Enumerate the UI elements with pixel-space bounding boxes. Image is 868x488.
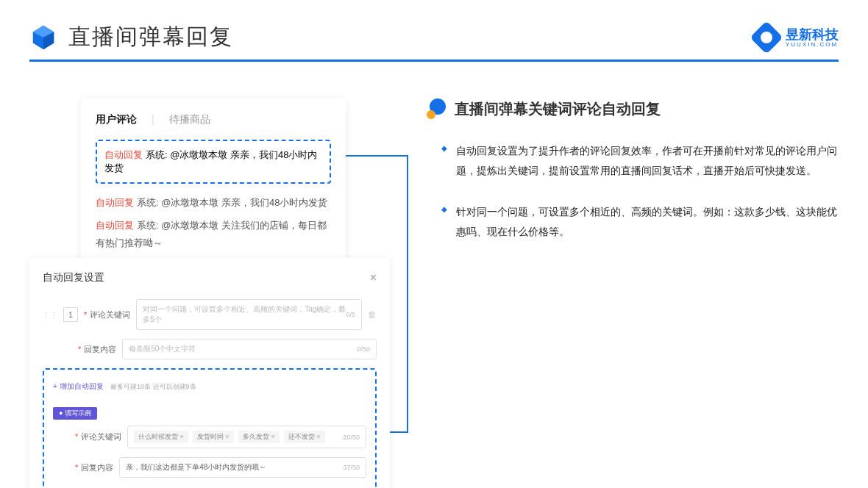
connector-line	[407, 155, 408, 432]
auto-reply-label: 自动回复	[96, 220, 134, 231]
page-title: 直播间弹幕回复	[68, 22, 233, 52]
tab-user-comments[interactable]: 用户评论	[96, 113, 137, 126]
chat-bubbles-icon	[427, 98, 447, 119]
tab-pending-products[interactable]: 待播商品	[169, 113, 210, 126]
comments-panel: 用户评论 | 待播商品 自动回复系统: @冰墩墩本墩 亲亲，我们48小时内发货 …	[81, 98, 346, 269]
highlighted-comment: 自动回复系统: @冰墩墩本墩 亲亲，我们48小时内发货	[96, 140, 331, 184]
example-section: + 增加自动回复 最多可建10条 还可以创建9条 ● 填写示例 *评论关键词 什…	[43, 368, 377, 488]
example-content-label: *回复内容	[75, 462, 113, 473]
content-label: *回复内容	[78, 344, 116, 355]
tag-pill[interactable]: 多久发货×	[238, 431, 279, 443]
example-content-input[interactable]: 亲，我们这边都是下单48小时内发货的哦～ 37/50	[119, 457, 366, 478]
bullet-point: 自动回复设置为了提升作者的评论回复效率，作者可在开播前针对常见的评论用户问题，提…	[441, 141, 839, 180]
drag-handle-icon[interactable]: ⋮⋮	[43, 311, 57, 319]
add-hint: 最多可建10条 还可以创建9条	[110, 383, 196, 390]
close-icon[interactable]: ×	[370, 271, 377, 284]
keyword-label: *评论关键词	[84, 309, 130, 320]
section-title: 直播间弹幕关键词评论自动回复	[455, 99, 661, 119]
tab-divider: |	[152, 113, 154, 126]
brand-logo: 昱新科技 YUUXIN.COM	[755, 26, 839, 49]
tag-pill[interactable]: 发货时间×	[193, 431, 233, 443]
example-badge: ● 填写示例	[53, 407, 97, 420]
brand-domain: YUUXIN.COM	[786, 41, 839, 48]
trash-icon[interactable]: 🗑	[368, 309, 377, 320]
content-input[interactable]: 每条限50个中文字符 0/50	[122, 339, 377, 359]
connector-line	[346, 155, 408, 157]
comment-item: 自动回复系统: @冰墩墩本墩 亲亲，我们48小时内发货	[96, 191, 331, 214]
auto-reply-label: 自动回复	[104, 149, 143, 160]
bullet-point: 针对同一个问题，可设置多个相近的、高频的关键词。例如：这款多少钱、这块能优惠吗、…	[441, 202, 839, 241]
brand-name: 昱新科技	[786, 28, 839, 41]
example-keyword-input[interactable]: 什么时候发货× 发货时间× 多久发货× 还不发货× 20/50	[127, 426, 366, 448]
example-keyword-label: *评论关键词	[75, 431, 121, 442]
tag-pill[interactable]: 什么时候发货×	[134, 431, 188, 443]
settings-title: 自动回复设置	[43, 271, 104, 284]
keyword-input[interactable]: 对同一个问题，可设置多个相近、高频的关键词，Tag确定，最多5个 0/5	[136, 299, 362, 330]
auto-reply-label: 自动回复	[96, 197, 134, 208]
tag-pill[interactable]: 还不发货×	[284, 431, 324, 443]
add-auto-reply-link[interactable]: + 增加自动回复	[53, 381, 104, 392]
comment-text: 系统: @冰墩墩本墩 亲亲，我们48小时内发货	[137, 197, 328, 208]
comment-item: 自动回复系统: @冰墩墩本墩 关注我们的店铺，每日都有热门推荐呦～	[96, 214, 331, 254]
cube-icon	[29, 24, 57, 51]
brand-icon	[750, 21, 783, 54]
auto-reply-settings-panel: 自动回复设置 × ⋮⋮ 1 *评论关键词 对同一个问题，可设置多个相近、高频的关…	[29, 258, 390, 488]
row-number: 1	[63, 307, 78, 322]
